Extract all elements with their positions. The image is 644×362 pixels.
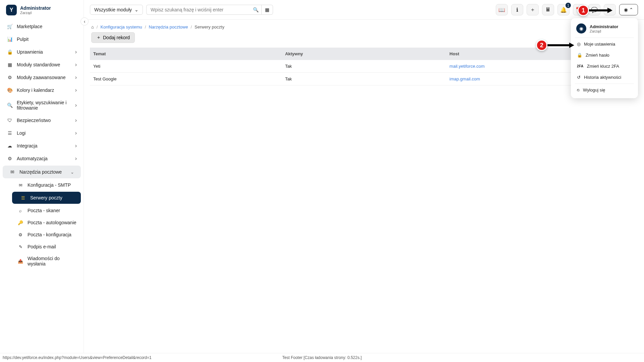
cell-host-link[interactable]: mail.yetiforce.com (449, 64, 485, 69)
nav-pulpit[interactable]: 📊 Pulpit (0, 33, 84, 46)
arrow-icon (589, 6, 612, 14)
nav-kolory-kalendarz[interactable]: 🎨 Kolory i kalendarz (0, 84, 84, 97)
user-menu-button[interactable]: ◉ ⌃ (619, 4, 638, 15)
lock-icon: 🔒 (7, 49, 13, 55)
annotation-callout-1: 1 (578, 5, 612, 16)
padlock-icon: 🔒 (577, 53, 582, 58)
main-nav: 🛒 Marketplace 📊 Pulpit 🔒 Uprawnienia ▦ M… (0, 19, 84, 271)
user-menu-dropdown: ◉ Administrator Zarząd ◎ Moje ustawienia… (571, 18, 638, 98)
menu-wyloguj[interactable]: ⎋ Wyloguj się (571, 84, 638, 96)
svg-marker-1 (547, 43, 574, 48)
home-icon[interactable]: ⌂ (91, 24, 94, 29)
chevron-down-icon: ⌄ (135, 7, 139, 12)
annotation-callout-2: 2 (536, 40, 574, 51)
menu-zmien-2fa[interactable]: 2FA Zmień klucz 2FA (571, 61, 638, 72)
cell-temat: Yeti (90, 60, 282, 73)
topbar-book-button[interactable]: 📖 (496, 4, 508, 15)
cell-host-link[interactable]: imap.gmail.com (449, 76, 480, 81)
nav-integracja[interactable]: ☁ Integracja (0, 139, 84, 152)
nav-uprawnienia[interactable]: 🔒 Uprawnienia (0, 46, 84, 58)
gear-icon: ⚙ (7, 156, 13, 162)
qr-icon: ▦ (265, 7, 269, 12)
user-menu-header: ◉ Administrator Zarząd (571, 21, 638, 37)
subnav-smtp[interactable]: ✉ Konfiguracja - SMTP (9, 179, 84, 191)
subnav-skaner[interactable]: ⌕ Poczta - skaner (9, 204, 84, 217)
cloud-icon: ☁ (7, 143, 13, 149)
cell-aktywny: Tak (282, 73, 446, 85)
cell-aktywny: Tak (282, 60, 446, 73)
add-record-label: Dodaj rekord (103, 35, 130, 40)
mailcfg-icon: ⚙ (17, 232, 23, 238)
chevron-right-icon (75, 143, 77, 149)
servers-icon: ☰ (20, 195, 26, 201)
nav-bezpieczenstwo[interactable]: 🛡 Bezpieczeństwo (0, 114, 84, 127)
nav-logi[interactable]: ☰ Logi (0, 127, 84, 139)
bell-badge: 1 (566, 3, 571, 8)
module-select[interactable]: Wszystkie moduły ⌄ (90, 5, 143, 15)
scan-icon: ⌕ (17, 207, 23, 214)
mail-tools-icon: ✉ (9, 169, 15, 175)
nav-narzedzia-pocztowe[interactable]: ✉ Narzędzia pocztowe ⌄ (3, 166, 81, 178)
gear3-icon: ⚙ (7, 74, 13, 80)
autologin-icon: 🔑 (17, 220, 23, 226)
subnav-podpis-email[interactable]: ✎ Podpis e-mail (9, 241, 84, 253)
add-record-button[interactable]: ＋ Dodaj rekord (91, 32, 135, 43)
chevron-down-icon: ⌄ (70, 170, 74, 175)
menu-historia[interactable]: ↺ Historia aktywności (571, 72, 638, 83)
search-button[interactable]: 🔍 (250, 5, 262, 15)
menu-zmien-haslo[interactable]: 🔒 Zmień hasło (571, 50, 638, 61)
chevron-right-icon (75, 130, 77, 136)
nav-moduly-zaawansowane[interactable]: ⚙ Moduły zaawansowane (0, 71, 84, 84)
breadcrumb: ⌂ / Konfiguracja systemu / Narzędzia poc… (84, 20, 644, 30)
topbar-bell-button[interactable]: 🔔 1 (557, 4, 570, 15)
topbar-calculator-button[interactable]: 🖩 (542, 4, 554, 15)
nav-moduly-standardowe[interactable]: ▦ Moduły standardowe (0, 58, 84, 71)
nav-etykiety[interactable]: 🔍 Etykiety, wyszukiwanie i filtrowanie (0, 97, 84, 114)
arrow-icon (547, 41, 574, 49)
main-area: Wszystkie moduły ⌄ 🔍 ▦ 📖 ℹ ＋ 🖩 🔔 1 📅 💬 ⌂… (84, 0, 644, 362)
nav-marketplace[interactable]: 🛒 Marketplace (0, 20, 84, 33)
subnav-wiadomosci-wyslania[interactable]: 📤 Wiadomości do wysłania (9, 253, 84, 269)
module-select-label: Wszystkie moduły (94, 7, 132, 12)
shield-icon: 🛡 (7, 117, 13, 123)
signature-icon: ✎ (17, 244, 23, 250)
advanced-search-button[interactable]: ▦ (262, 5, 273, 15)
annotation-number: 1 (578, 5, 589, 16)
sidebar-collapse-button[interactable]: ‹ (80, 17, 89, 25)
subnav-serwery-poczty[interactable]: ☰ Serwery poczty (12, 192, 81, 204)
chevron-right-icon (75, 49, 77, 55)
topbar-info-button[interactable]: ℹ (511, 4, 523, 15)
table-row[interactable]: Test Google Tak imap.gmail.com (90, 73, 638, 85)
table-row[interactable]: Yeti Tak mail.yetiforce.com (90, 60, 638, 73)
subnav-mail-tools: ✉ Konfiguracja - SMTP ☰ Serwery poczty ⌕… (0, 179, 84, 269)
user-menu-role: Zarząd (590, 29, 618, 33)
col-header[interactable]: Temat (90, 48, 282, 60)
annotation-number: 2 (536, 40, 547, 51)
chevron-right-icon (75, 117, 77, 123)
col-header[interactable]: Aktywny (282, 48, 446, 60)
search-input[interactable] (146, 5, 250, 15)
dashboard-icon: 📊 (7, 36, 13, 42)
envelope-out-icon: ✉ (17, 182, 23, 188)
bell-icon: 🔔 (560, 7, 567, 13)
crumb-link[interactable]: Konfiguracja systemu (100, 24, 142, 29)
divider (575, 38, 634, 38)
topbar-add-button[interactable]: ＋ (527, 4, 539, 15)
chevron-up-icon: ⌃ (629, 7, 633, 12)
user-icon: ◉ (579, 26, 583, 31)
mail-servers-table: Temat Aktywny Host Yeti Tak mail.yetifor… (90, 48, 638, 85)
2fa-icon: 2FA (577, 64, 584, 68)
crumb-link[interactable]: Narzędzia pocztowe (149, 24, 188, 29)
menu-moje-ustawienia[interactable]: ◎ Moje ustawienia (571, 39, 638, 50)
calendar-icon: 🎨 (7, 87, 13, 93)
search-list-icon: 🔍 (7, 102, 13, 108)
subnav-autologowanie[interactable]: 🔑 Poczta - autologowanie (9, 217, 84, 229)
subnav-poczta-konfiguracja[interactable]: ⚙ Poczta - konfiguracja (9, 229, 84, 241)
user-circle-icon: ◉ (624, 7, 628, 12)
nav-automatyzacja[interactable]: ⚙ Automatyzacja (0, 152, 84, 165)
topbar: Wszystkie moduły ⌄ 🔍 ▦ 📖 ℹ ＋ 🖩 🔔 1 📅 💬 ⌂… (84, 0, 644, 20)
sidebar: Y Administrator Zarząd 🛒 Marketplace 📊 P… (0, 0, 84, 362)
chevron-right-icon (75, 74, 77, 80)
status-url: https://dev.yetiforce.eu/index.php?modul… (3, 355, 152, 360)
plus-icon: ＋ (530, 6, 535, 13)
